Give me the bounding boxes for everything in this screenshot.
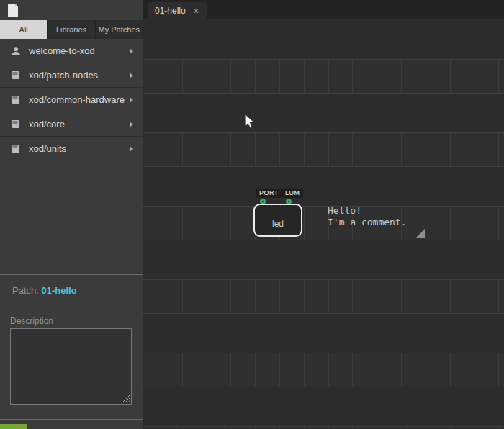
chevron-right-icon[interactable] (130, 48, 133, 54)
sidebar-item-label: xod/patch-nodes (29, 70, 130, 81)
patch-tab-title: 01-hello (155, 6, 186, 16)
node-label: led (272, 219, 284, 229)
book-icon (9, 143, 22, 155)
tab-all-label: All (19, 25, 28, 34)
tab-libraries[interactable]: Libraries (48, 20, 95, 39)
book-icon (9, 94, 22, 106)
book-icon (9, 69, 22, 81)
user-icon (9, 45, 22, 57)
sidebar-item-xod-core[interactable]: xod/core (0, 112, 143, 137)
tab-my-patches[interactable]: My Patches (96, 20, 143, 39)
document-icon (7, 3, 19, 17)
patch-name[interactable]: 01-hello (41, 285, 76, 296)
editor-area: 01-hello ✕ led PORT LUM Hello! I'm a com… (143, 0, 504, 429)
patch-tab-01-hello[interactable]: 01-hello ✕ (148, 2, 207, 19)
sidebar-item-xod-patch-nodes[interactable]: xod/patch-nodes (0, 63, 143, 88)
grid-band (143, 353, 504, 387)
sidebar-item-welcome-to-xod[interactable]: welcome-to-xod (0, 39, 143, 63)
comment-node[interactable]: Hello! I'm a comment. (328, 205, 407, 228)
project-browser-list: welcome-to-xod xod/patch-nodes (0, 39, 143, 161)
sidebar-item-label: xod/core (29, 119, 130, 130)
description-textarea[interactable] (10, 328, 132, 405)
browser-filter-tabs: All Libraries My Patches (0, 20, 143, 39)
comment-resize-grip-icon[interactable] (416, 229, 425, 238)
mouse-cursor-icon (243, 113, 256, 130)
xod-ide-window: All Libraries My Patches welcome-to-xod (0, 0, 504, 429)
sidebar-item-label: welcome-to-xod (29, 45, 130, 56)
grid-band (143, 59, 504, 94)
sidebar-item-label: xod/common-hardware (29, 94, 130, 105)
sidebar-item-xod-units[interactable]: xod/units (0, 137, 143, 161)
pin-lum[interactable] (286, 199, 292, 204)
book-icon (9, 118, 22, 130)
pin-label-lum: LUM (282, 189, 303, 198)
comment-line: I'm a comment. (328, 217, 407, 227)
tab-my-patches-label: My Patches (99, 25, 140, 34)
patch-label: Patch: (12, 285, 39, 296)
sidebar-item-xod-common-hardware[interactable]: xod/common-hardware (0, 88, 143, 112)
sidebar-item-label: xod/units (29, 143, 130, 154)
chevron-right-icon[interactable] (130, 97, 133, 103)
sidebar-header (0, 0, 143, 20)
sidebar-divider (0, 274, 143, 275)
chevron-right-icon[interactable] (130, 122, 133, 127)
node-led[interactable]: led (253, 204, 302, 237)
tab-close-icon[interactable]: ✕ (193, 6, 199, 16)
tab-all[interactable]: All (0, 20, 48, 39)
pin-label-port: PORT (256, 189, 282, 198)
patch-tabbar: 01-hello ✕ (143, 0, 504, 19)
grid-band (143, 206, 504, 240)
pin-port[interactable] (260, 199, 266, 204)
description-label: Description (10, 316, 53, 326)
grid-band (143, 426, 504, 429)
grid-band (143, 279, 504, 314)
chevron-right-icon[interactable] (130, 73, 133, 78)
patch-canvas[interactable]: led PORT LUM Hello! I'm a comment. (143, 19, 504, 429)
sidebar-divider (0, 419, 143, 420)
chevron-right-icon[interactable] (130, 146, 133, 152)
tab-libraries-label: Libraries (56, 25, 86, 34)
current-patch-line: Patch: 01-hello (12, 285, 77, 296)
comment-line: Hello! (328, 205, 361, 216)
project-browser-sidebar: All Libraries My Patches welcome-to-xod (0, 0, 143, 429)
deploy-progress-strip (0, 424, 27, 429)
grid-band (143, 132, 504, 167)
